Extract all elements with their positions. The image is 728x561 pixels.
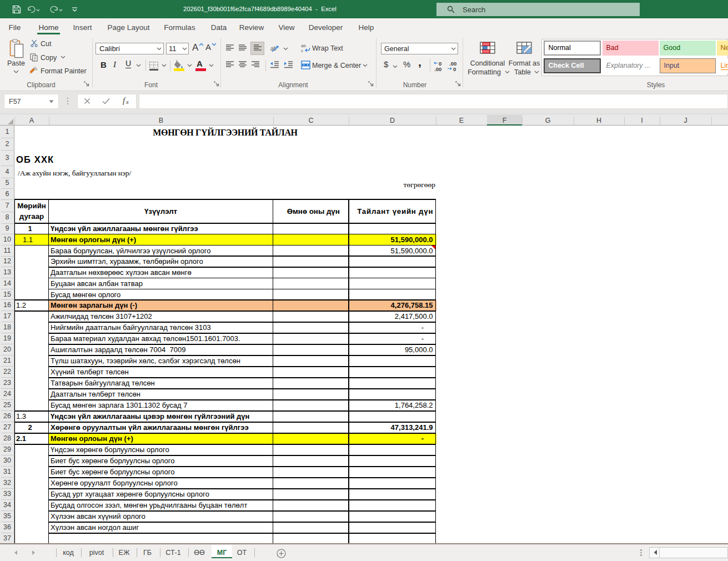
svg-text:0: 0 bbox=[439, 61, 441, 67]
svg-text:c: c bbox=[301, 48, 303, 53]
svg-text:.00: .00 bbox=[434, 66, 441, 72]
svg-text:.00: .00 bbox=[449, 61, 456, 67]
svg-text:ab: ab bbox=[301, 43, 306, 48]
svg-text:0: 0 bbox=[453, 66, 456, 72]
